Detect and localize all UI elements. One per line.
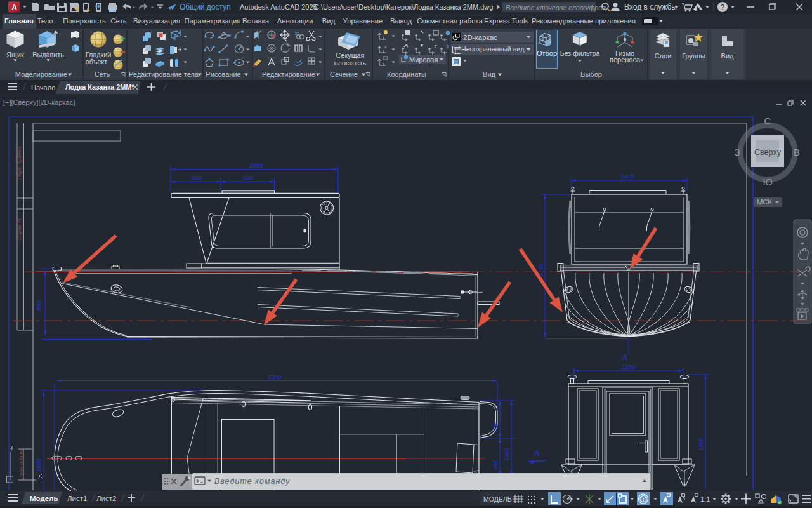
svg-text:Z: Z [434, 44, 437, 50]
svg-text:x: x [384, 44, 387, 49]
svg-text:450: 450 [492, 422, 499, 431]
svg-text:Мировая: Мировая [409, 56, 438, 64]
svg-text:Лист1: Лист1 [67, 495, 87, 502]
svg-text:460: 460 [492, 460, 499, 469]
svg-text:3: 3 [446, 44, 449, 50]
svg-text:В: В [794, 147, 800, 157]
svg-text:5300: 5300 [268, 373, 282, 380]
svg-text:Отбор: Отбор [537, 50, 557, 57]
svg-text:Перв. примен.: Перв. примен. [16, 145, 22, 179]
svg-text:З: З [734, 147, 740, 157]
svg-text:А: А [622, 353, 627, 362]
svg-text:?: ? [721, 3, 724, 11]
svg-text:1600: 1600 [35, 458, 42, 472]
svg-text:Ю: Ю [763, 177, 772, 187]
svg-text:МОДЕЛЬ: МОДЕЛЬ [483, 495, 512, 503]
svg-text:2005: 2005 [249, 162, 263, 169]
svg-text:A: A [11, 3, 17, 12]
svg-text:Модель: Модель [30, 495, 58, 502]
svg-text:1360: 1360 [504, 448, 510, 461]
svg-text:1360: 1360 [698, 438, 704, 451]
svg-text:Сверху: Сверху [754, 148, 782, 157]
svg-text:Слои: Слои [655, 52, 672, 60]
svg-text:1290: 1290 [622, 363, 636, 370]
svg-text:800: 800 [35, 300, 42, 311]
svg-text:МСК: МСК [757, 198, 772, 206]
svg-text:1:1: 1:1 [700, 495, 710, 503]
svg-text:600: 600 [192, 174, 202, 181]
svg-text:Без фильтра: Без фильтра [560, 50, 600, 57]
svg-text:2D-каркас: 2D-каркас [463, 34, 497, 41]
svg-text:переноса: переноса [610, 56, 641, 64]
svg-text:Группы: Группы [682, 52, 705, 60]
svg-text:Несохраненный вид: Несохраненный вид [461, 45, 524, 53]
svg-text:Справ. N: Справ. N [16, 218, 22, 240]
svg-text:А: А [534, 448, 540, 458]
svg-text:1410: 1410 [620, 173, 634, 180]
svg-text:С: С [764, 117, 771, 126]
svg-text:Подп. и дата: Подп. и дата [18, 449, 24, 479]
svg-text:Вид: Вид [721, 52, 734, 60]
svg-text:630: 630 [243, 174, 254, 181]
svg-text:Лист2: Лист2 [96, 495, 116, 502]
